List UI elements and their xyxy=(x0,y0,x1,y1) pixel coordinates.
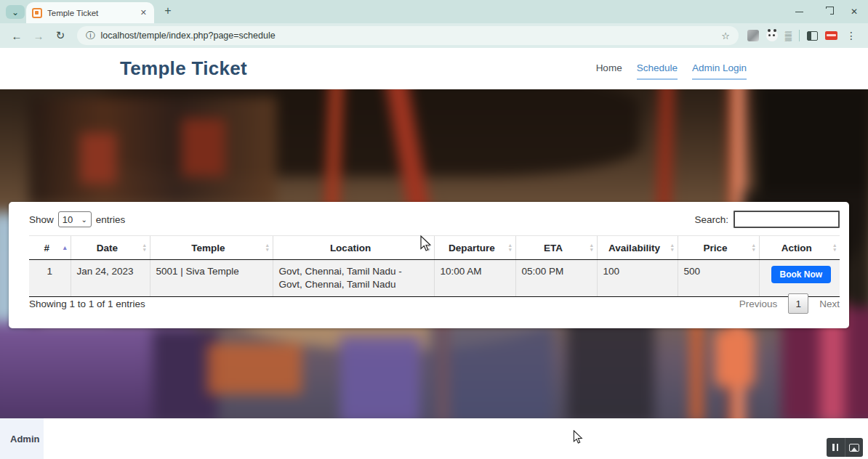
hero-image: Show 10 ⌄ entries Search: # xyxy=(0,89,868,418)
nav-link-home[interactable]: Home xyxy=(596,62,622,78)
column-header-price[interactable]: Price ▴▾ xyxy=(678,236,759,260)
pagination-previous[interactable]: Previous xyxy=(739,298,778,309)
browser-tab-strip: ⌄ Temple Ticket ✕ + ✕ xyxy=(0,0,868,23)
sort-icon: ▴▾ xyxy=(427,243,430,252)
side-panel-icon[interactable] xyxy=(807,31,818,41)
cell-eta: 05:00 PM xyxy=(515,260,597,297)
sort-icon: ▴▾ xyxy=(509,243,512,252)
column-header-num[interactable]: # ▴ xyxy=(29,236,71,260)
table-row: 1 Jan 24, 2023 5001 | Siva Temple Govt, … xyxy=(29,260,840,297)
minimize-icon xyxy=(795,12,803,12)
forward-button[interactable]: → xyxy=(29,30,48,42)
close-button[interactable]: ✕ xyxy=(840,0,868,23)
back-button[interactable]: ← xyxy=(7,30,26,42)
picture-in-picture-button[interactable] xyxy=(845,438,864,457)
book-now-button[interactable]: Book Now xyxy=(771,266,832,283)
url-text[interactable]: localhost/temple/index.php?page=schedule xyxy=(101,31,716,41)
pause-button[interactable] xyxy=(827,438,845,457)
new-tab-button[interactable]: + xyxy=(161,4,175,17)
site-brand-title: Temple Ticket xyxy=(120,57,247,80)
tab-title: Temple Ticket xyxy=(47,9,134,17)
bottom-strip: Admin xyxy=(0,418,868,459)
cell-departure: 10:00 AM xyxy=(434,260,515,297)
address-bar[interactable]: ⓘ localhost/temple/index.php?page=schedu… xyxy=(77,26,739,45)
pagination: Previous 1 Next xyxy=(739,293,840,314)
restore-icon xyxy=(824,9,830,15)
admin-label[interactable]: Admin xyxy=(0,434,39,444)
browser-menu-icon[interactable]: ⋮ xyxy=(845,30,858,41)
cell-availability: 100 xyxy=(597,260,678,297)
cell-action: Book Now xyxy=(759,260,840,297)
column-header-action[interactable]: Action ▴▾ xyxy=(759,236,840,260)
pagination-next[interactable]: Next xyxy=(819,298,840,309)
table-header-row: # ▴ Date ▴▾ Temple ▴▾ Location ▴▾ Depart… xyxy=(29,236,840,260)
sort-icon: ▴▾ xyxy=(833,243,836,252)
pinned-extension-icon-photo[interactable] xyxy=(747,30,759,41)
entries-label: entries xyxy=(96,214,126,225)
cell-temple: 5001 | Siva Temple xyxy=(150,260,273,297)
sort-icon: ▴▾ xyxy=(266,243,269,252)
minimize-button[interactable] xyxy=(785,0,813,23)
pause-icon xyxy=(832,444,838,451)
reload-button[interactable]: ↻ xyxy=(51,29,70,42)
column-header-departure[interactable]: Departure ▴▾ xyxy=(434,236,515,260)
sort-icon: ▴▾ xyxy=(752,243,755,252)
toolbar-separator xyxy=(799,30,800,41)
page-length-control: Show 10 ⌄ entries xyxy=(29,211,125,227)
browser-window: ⌄ Temple Ticket ✕ + ✕ ← → ↻ ⓘ localhost/… xyxy=(0,0,868,459)
cell-location: Govt, Chennai, Tamil Nadu - Govt, Chenna… xyxy=(273,260,434,297)
cell-price: 500 xyxy=(678,260,759,297)
admin-panel: Admin xyxy=(0,418,44,459)
media-control-overlay xyxy=(827,438,863,457)
close-icon: ✕ xyxy=(851,7,858,17)
nav-link-admin-login[interactable]: Admin Login xyxy=(692,62,747,80)
pinned-extension-icon-panda[interactable] xyxy=(766,30,778,41)
show-label: Show xyxy=(29,214,54,225)
chevron-down-icon: ⌄ xyxy=(12,7,19,17)
search-label: Search: xyxy=(694,214,728,225)
column-header-location[interactable]: Location ▴▾ xyxy=(273,236,434,260)
column-header-availability[interactable]: Availability ▴▾ xyxy=(597,236,678,260)
search-control: Search: xyxy=(694,211,840,228)
column-header-eta[interactable]: ETA ▴▾ xyxy=(515,236,597,260)
column-header-temple[interactable]: Temple ▴▾ xyxy=(150,236,273,260)
schedule-table: # ▴ Date ▴▾ Temple ▴▾ Location ▴▾ Depart… xyxy=(29,235,840,297)
tab-close-icon[interactable]: ✕ xyxy=(139,8,148,17)
browser-tab[interactable]: Temple Ticket ✕ xyxy=(26,2,154,23)
sort-icon: ▴▾ xyxy=(143,243,146,252)
cell-num: 1 xyxy=(29,260,71,297)
pagination-page-1[interactable]: 1 xyxy=(788,293,808,314)
site-info-icon[interactable]: ⓘ xyxy=(86,30,95,42)
restore-button[interactable] xyxy=(813,0,840,23)
table-info: Showing 1 to 1 of 1 entries xyxy=(29,298,145,309)
bookmark-star-icon[interactable]: ☆ xyxy=(721,31,730,41)
page-length-value: 10 xyxy=(63,214,73,225)
pinned-extension-icon-red[interactable] xyxy=(825,31,837,40)
favicon-xampp-icon xyxy=(32,8,42,18)
extensions-cluster: ▒ ⋮ xyxy=(747,30,861,41)
search-input[interactable] xyxy=(734,211,840,228)
sort-icon: ▴▾ xyxy=(590,243,593,252)
browser-toolbar: ← → ↻ ⓘ localhost/temple/index.php?page=… xyxy=(0,23,868,48)
main-nav: Home Schedule Admin Login xyxy=(596,62,747,80)
schedule-card: Show 10 ⌄ entries Search: # xyxy=(9,202,849,328)
column-header-date[interactable]: Date ▴▾ xyxy=(71,236,150,260)
picture-in-picture-icon xyxy=(849,444,859,452)
tab-search-button[interactable]: ⌄ xyxy=(6,5,25,19)
sort-asc-icon: ▴ xyxy=(63,245,67,251)
sort-icon: ▴▾ xyxy=(671,243,674,252)
page-length-select[interactable]: 10 ⌄ xyxy=(58,211,92,227)
cell-date: Jan 24, 2023 xyxy=(71,260,150,297)
nav-link-schedule[interactable]: Schedule xyxy=(637,62,678,80)
chevron-down-icon: ⌄ xyxy=(81,216,87,224)
window-controls: ✕ xyxy=(785,0,868,23)
site-header: Temple Ticket Home Schedule Admin Login xyxy=(0,48,868,89)
extensions-puzzle-icon[interactable]: ▒ xyxy=(785,31,792,41)
